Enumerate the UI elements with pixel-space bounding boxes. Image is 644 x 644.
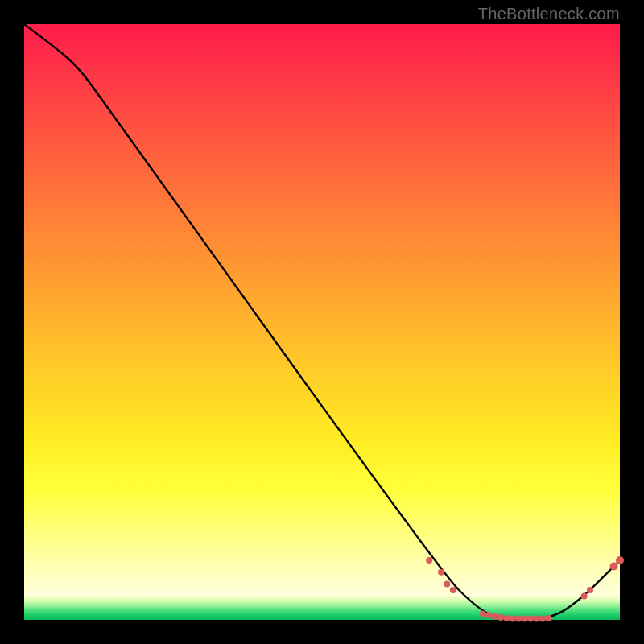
curve-marker bbox=[438, 569, 444, 576]
curve-markers bbox=[426, 556, 624, 622]
curve-marker bbox=[485, 612, 492, 618]
curve-marker bbox=[581, 592, 588, 599]
chart-svg bbox=[24, 24, 620, 620]
curve-marker bbox=[444, 581, 450, 588]
curve-marker bbox=[426, 557, 432, 564]
watermark-text: TheBottleneck.com bbox=[478, 5, 620, 23]
curve-marker bbox=[587, 587, 593, 593]
curve-marker bbox=[515, 616, 522, 622]
curve-marker bbox=[497, 614, 504, 621]
chart-stage: TheBottleneck.com bbox=[0, 0, 644, 644]
curve-marker bbox=[503, 615, 510, 621]
curve-marker bbox=[450, 587, 456, 593]
curve-marker bbox=[480, 611, 486, 617]
bottleneck-curve bbox=[24, 24, 620, 620]
curve-marker bbox=[545, 615, 551, 621]
curve-marker bbox=[616, 556, 624, 564]
curve-marker bbox=[533, 616, 539, 622]
curve-marker bbox=[527, 616, 534, 622]
curve-marker bbox=[539, 616, 546, 622]
curve-marker bbox=[492, 613, 498, 620]
curve-marker bbox=[522, 616, 528, 622]
curve-marker bbox=[610, 562, 618, 570]
chart-plot-area bbox=[24, 24, 620, 620]
curve-marker bbox=[510, 616, 516, 622]
